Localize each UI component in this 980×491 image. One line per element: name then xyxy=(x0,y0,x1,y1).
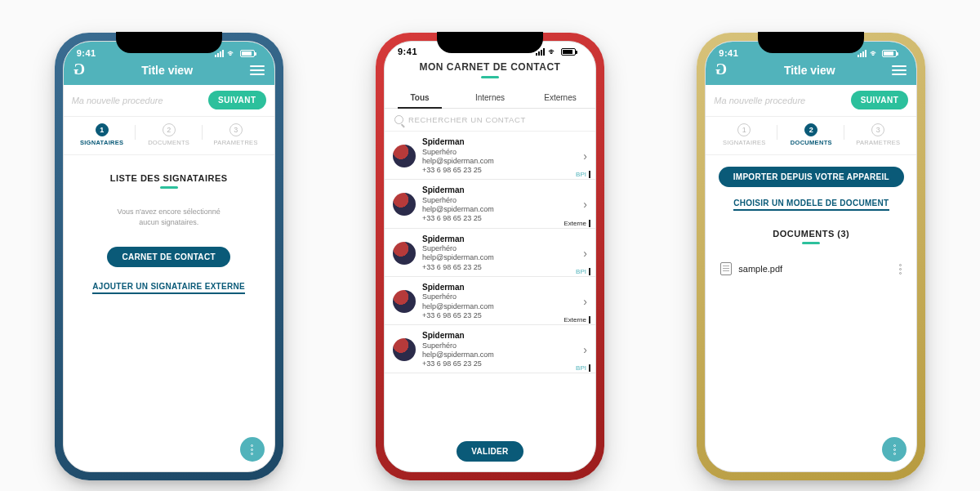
contact-tag: BPI xyxy=(576,171,590,178)
phone-frame-2: 9:41 ᯤ MON CARNET DE CONTACT Tous Intern… xyxy=(376,33,604,480)
step-label: DOCUMENTS xyxy=(777,139,844,146)
step-parametres[interactable]: 3 PARAMETRES xyxy=(844,123,911,146)
tab-internes[interactable]: Internes xyxy=(455,87,525,108)
avatar xyxy=(393,338,416,361)
contact-row[interactable]: SpidermanSuperhérohelp@spiderman.com+33 … xyxy=(385,277,595,325)
device-notch xyxy=(437,32,543,53)
import-from-device-button[interactable]: IMPORTER DEPUIS VOTRE APPAREIL xyxy=(719,167,904,187)
menu-icon[interactable] xyxy=(892,65,906,75)
step-signataires[interactable]: 1 SIGNATAIRES xyxy=(69,123,136,146)
chevron-right-icon: › xyxy=(583,343,587,356)
step-documents[interactable]: 2 DOCUMENTS xyxy=(136,123,203,146)
contact-name: Spiderman xyxy=(422,137,577,148)
contact-row[interactable]: SpidermanSuperhérohelp@spiderman.com+33 … xyxy=(385,180,595,228)
contact-list: SpidermanSuperhérohelp@spiderman.com+33 … xyxy=(385,132,595,433)
contact-name: Spiderman xyxy=(422,185,577,196)
validate-button[interactable]: VALIDER xyxy=(457,441,523,462)
next-button[interactable]: SUIVANT xyxy=(851,91,909,109)
fab-more-button[interactable] xyxy=(240,437,265,462)
tab-externes[interactable]: Externes xyxy=(525,87,595,108)
document-filename: sample.pdf xyxy=(738,264,782,274)
step-number: 1 xyxy=(96,123,109,136)
step-label: SIGNATAIRES xyxy=(69,139,136,146)
chevron-right-icon: › xyxy=(583,150,587,163)
status-time: 9:41 xyxy=(398,47,417,56)
battery-icon xyxy=(240,50,255,57)
add-external-signer-link[interactable]: AJOUTER UN SIGNATAIRE EXTERNE xyxy=(92,282,245,294)
screen-1: 9:41 ᯤ G Title view Ma nouvelle procedur… xyxy=(63,41,275,472)
contact-tag: BPI xyxy=(576,364,590,372)
menu-icon[interactable] xyxy=(250,65,265,75)
contact-phone: +33 6 98 65 23 25 xyxy=(422,311,577,320)
contact-email: help@spiderman.com xyxy=(422,205,577,214)
contact-role: Superhéro xyxy=(422,244,577,253)
modal-title: MON CARNET DE CONTACT xyxy=(393,61,587,73)
empty-state-text: Vous n'avez encore sélectionné aucun sig… xyxy=(74,207,265,227)
contact-phone: +33 6 98 65 23 25 xyxy=(422,214,577,223)
avatar xyxy=(393,290,416,313)
documents-body: IMPORTER DEPUIS VOTRE APPAREIL CHOISIR U… xyxy=(706,155,916,282)
empty-line2: aucun signataires. xyxy=(139,218,198,226)
contact-meta: SpidermanSuperhérohelp@spiderman.com+33 … xyxy=(422,331,577,368)
contact-row[interactable]: SpidermanSuperhérohelp@spiderman.com+33 … xyxy=(385,132,595,180)
step-number: 2 xyxy=(163,123,176,136)
procedure-name-input[interactable]: Ma nouvelle procedure xyxy=(714,96,805,105)
procedure-name-row: Ma nouvelle procedure SUIVANT xyxy=(64,85,274,117)
app-logo-icon[interactable]: G xyxy=(715,61,727,78)
contact-tag: Externe xyxy=(564,220,590,227)
avatar xyxy=(393,193,416,216)
contact-email: help@spiderman.com xyxy=(422,302,577,311)
file-icon xyxy=(720,262,732,275)
section-title: LISTE DES SIGNATAIRES xyxy=(74,173,265,183)
step-number: 3 xyxy=(229,123,243,136)
step-documents[interactable]: 2 DOCUMENTS xyxy=(777,123,844,146)
battery-icon xyxy=(561,48,576,56)
signal-icon xyxy=(858,50,866,57)
open-contactbook-button[interactable]: CARNET DE CONTACT xyxy=(107,247,229,267)
device-notch xyxy=(116,32,222,53)
app-logo-icon[interactable]: G xyxy=(74,61,85,78)
choose-template-link[interactable]: CHOISIR UN MODELE DE DOCUMENT xyxy=(733,199,889,211)
contact-tag: BPI xyxy=(576,268,590,275)
search-placeholder: RECHERCHER UN CONTACT xyxy=(408,115,526,124)
step-label: SIGNATAIRES xyxy=(710,139,777,146)
tab-tous[interactable]: Tous xyxy=(385,87,455,108)
step-label: PARAMETRES xyxy=(844,139,911,146)
step-signataires[interactable]: 1 SIGNATAIRES xyxy=(710,123,777,146)
next-button[interactable]: SUIVANT xyxy=(208,91,266,109)
contact-meta: SpidermanSuperhérohelp@spiderman.com+33 … xyxy=(422,137,577,175)
procedure-name-row: Ma nouvelle procedure SUIVANT xyxy=(706,85,916,117)
chevron-right-icon: › xyxy=(583,198,587,211)
accent-underline xyxy=(481,76,499,78)
page-title: Title view xyxy=(141,64,193,77)
more-icon[interactable] xyxy=(899,264,902,275)
battery-icon xyxy=(882,50,897,57)
signal-icon xyxy=(215,50,224,57)
procedure-name-input[interactable]: Ma nouvelle procedure xyxy=(72,96,163,105)
fab-more-button[interactable] xyxy=(882,437,906,462)
contact-name: Spiderman xyxy=(422,331,577,341)
status-time: 9:41 xyxy=(719,48,738,58)
step-parametres[interactable]: 3 PARAMETRES xyxy=(203,123,270,146)
contact-row[interactable]: SpidermanSuperhérohelp@spiderman.com+33 … xyxy=(385,229,595,277)
step-number: 3 xyxy=(871,123,884,136)
contact-tag: Externe xyxy=(564,316,590,324)
contact-phone: +33 6 98 65 23 25 xyxy=(422,166,577,175)
contact-name: Spiderman xyxy=(422,234,577,245)
contact-phone: +33 6 98 65 23 25 xyxy=(422,263,577,272)
contact-role: Superhéro xyxy=(422,341,577,350)
contact-meta: SpidermanSuperhérohelp@spiderman.com+33 … xyxy=(422,234,577,272)
step-number: 1 xyxy=(737,123,751,136)
status-time: 9:41 xyxy=(77,48,96,58)
contact-meta: SpidermanSuperhérohelp@spiderman.com+33 … xyxy=(422,283,577,320)
stepper: 1 SIGNATAIRES 2 DOCUMENTS 3 PARAMETRES xyxy=(64,117,274,155)
wifi-icon: ᯤ xyxy=(227,48,237,58)
contact-row[interactable]: SpidermanSuperhérohelp@spiderman.com+33 … xyxy=(385,325,595,373)
contact-email: help@spiderman.com xyxy=(422,350,577,359)
step-number: 2 xyxy=(804,123,817,136)
contact-phone: +33 6 98 65 23 25 xyxy=(422,359,577,368)
step-label: DOCUMENTS xyxy=(136,139,203,146)
search-input[interactable]: RECHERCHER UN CONTACT xyxy=(385,109,595,132)
device-notch xyxy=(758,32,864,53)
document-row[interactable]: sample.pdf xyxy=(717,256,905,282)
